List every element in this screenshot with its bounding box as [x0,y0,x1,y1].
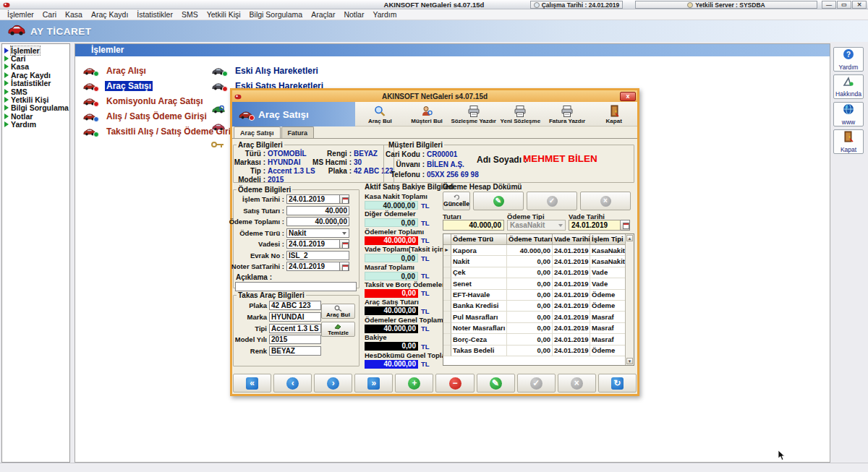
sidebar-item[interactable]: Araç Kaydı [3,71,69,79]
exit-button[interactable]: Kapat [833,129,864,154]
table-row[interactable]: Takas Bedeli 0,00 24.01.2019 Ödeme [443,346,626,356]
sidebar-item[interactable]: Yetkili Kişi [3,95,69,103]
col-islem-tipi[interactable]: İşlem Tipi [590,234,626,245]
sidebar-item[interactable]: Notlar [3,112,69,120]
field-input[interactable]: 2015 [269,335,321,344]
yeni-sozlesme-button[interactable]: Yeni Sözleşme [497,102,544,126]
arac-bul-button[interactable]: Araç Bul [357,102,404,126]
field-input[interactable]: ISL_2 [286,251,349,260]
menu-item[interactable]: Notlar [339,10,368,19]
aciklama-input[interactable] [235,282,357,291]
maximize-button[interactable]: ▭ [837,1,851,9]
menu-item[interactable]: Araçlar [307,10,339,19]
sidebar-item[interactable]: Cari [3,54,69,62]
sidebar-item[interactable]: Bilgi Sorgulama [3,104,69,112]
delete-record-button[interactable]: − [435,374,474,392]
arrow-icon [4,64,9,69]
cancel-button[interactable]: × [558,374,596,392]
scroll-down-icon[interactable]: ▼ [626,358,633,364]
car-search-icon[interactable] [211,104,226,117]
confirm-button[interactable]: ✓ [517,374,556,392]
menu-item[interactable]: SMS [177,10,203,19]
field-input[interactable]: Nakit [286,228,349,238]
col-vade-tarihi[interactable]: Vade Tarihi [553,234,590,245]
kaydet-button[interactable]: ✎ [473,192,524,210]
nav-prev-button[interactable]: ‹ [273,374,312,392]
field-input[interactable]: Accent 1.3 LS [269,324,321,333]
guncelle-button[interactable]: Güncelle [443,192,470,210]
musteri-bul-button[interactable]: Müşteri Bul [404,102,451,126]
table-row[interactable]: Pul Masrafları 0,00 24.01.2019 Masraf [443,312,626,322]
field-input[interactable]: 24.01.2019 [286,239,340,249]
table-row[interactable]: Kapora 40.000,00 24.01.2019 KasaNakit [443,245,626,256]
sidebar-item[interactable]: Yardım [3,121,69,129]
table-row[interactable]: Borç-Ceza 0,00 24.01.2019 Masraf [443,334,626,345]
about-button[interactable]: Hakkında [833,74,864,99]
menu-item[interactable]: Yetkili Kişi [203,10,245,19]
close-button[interactable]: ✕ [852,1,867,9]
scroll-up-icon[interactable]: ▲ [626,235,633,241]
temizle-button[interactable]: Temizle [321,322,355,337]
iptal-button[interactable]: × [580,192,631,210]
menu-item[interactable]: Kasa [61,10,87,19]
refresh-button[interactable]: ↻ [598,374,637,392]
edit-record-button[interactable]: ✎ [477,374,515,392]
field-input[interactable]: 42 ABC 123 [269,301,321,310]
www-button[interactable]: www [833,102,864,126]
nav-next-button[interactable]: › [314,374,352,392]
server-panel[interactable]: Yetkili Server : SYSDBA [635,1,817,9]
dialog-body: Araç Bilgileri Türü : OTOMOBİL Rengi : B… [232,138,637,372]
key-icon[interactable] [211,139,224,152]
col-odeme-tutari[interactable]: Ödeme Tutarı [507,234,553,245]
help-button[interactable]: ? Yardım [833,47,864,72]
calendar-button[interactable] [340,239,349,249]
field-input[interactable]: BEYAZ [269,346,321,356]
field-input[interactable]: 24.01.2019 [286,262,340,271]
sidebar-item[interactable]: İşlemler [3,46,69,54]
table-row[interactable]: Nakit 0,00 24.01.2019 KasaNakit [443,256,626,267]
calendar-button[interactable] [340,194,349,204]
table-scrollbar[interactable]: ▲ ▼ [625,234,634,365]
nav-last-button[interactable]: » [354,374,393,392]
nav-first-button[interactable]: « [233,374,271,392]
dialog-close-button[interactable]: x [620,92,636,101]
sidebar-item[interactable]: SMS [3,87,69,95]
kapat-button[interactable]: Kapat [590,102,637,126]
minimize-button[interactable]: — [822,1,836,9]
takas-arac-bul-button[interactable]: Araç Bul [321,304,355,319]
table-row[interactable]: Senet 0,00 24.01.2019 Vade [443,278,626,289]
dialog-titlebar[interactable]: AKINSOFT NetGaleri s4.07.15d x [232,90,637,102]
sidebar-item[interactable]: Kasa [3,63,69,71]
menu-item[interactable]: İşlemler [3,10,38,19]
field-input[interactable]: 40.000,00 [286,217,349,226]
table-row[interactable]: Banka Kredisi 0,00 24.01.2019 Ödeme [443,301,626,312]
tab-fatura[interactable]: Fatura [281,126,315,138]
fatura-yazdir-button[interactable]: Fatura Yazdır [544,102,591,126]
menu-item[interactable]: Bilgi Sorgulama [245,10,307,19]
sidebar-item[interactable]: İstatistikler [3,80,69,87]
odeme-tipi-select[interactable]: KasaNakit [507,220,566,231]
vade-tarihi-input[interactable]: 24.01.2019 [569,220,621,231]
sozlesme-yazdir-button[interactable]: Sözleşme Yazdır [450,102,497,126]
work-date-panel[interactable]: Çalışma Tarihi : 24.01.2019 [530,1,623,9]
table-row[interactable]: EFT-Havale 0,00 24.01.2019 Ödeme [443,290,626,301]
tutari-input[interactable]: 40.000,00 [443,220,504,231]
col-odeme-turu[interactable]: Ödeme Türü [451,234,507,245]
add-record-button[interactable]: + [395,374,433,392]
menu-item[interactable]: Yardım [368,10,401,19]
onayla-button[interactable]: ✓ [527,192,577,210]
field-input[interactable]: 24.01.2019 [286,194,340,204]
tab-arac-satisi[interactable]: Araç Satışı [234,126,281,138]
table-row[interactable]: Noter Masrafları 0,00 24.01.2019 Masraf [443,323,626,334]
menu-item[interactable]: Araç Kaydı [87,10,132,19]
menu-item[interactable]: Cari [38,10,61,19]
table-row[interactable]: Çek 0,00 24.01.2019 Vade [443,267,626,278]
calendar-button[interactable] [621,220,630,231]
car-report-icon[interactable] [211,121,226,134]
menu-item[interactable]: İstatistikler [132,10,177,19]
field-input[interactable]: HYUNDAI [269,312,321,322]
field-input[interactable]: 40.000 [286,206,349,215]
menu-link[interactable]: Eski Alış Hareketleri [211,63,325,78]
calendar-button[interactable] [340,262,349,271]
add-icon: + [408,377,420,390]
